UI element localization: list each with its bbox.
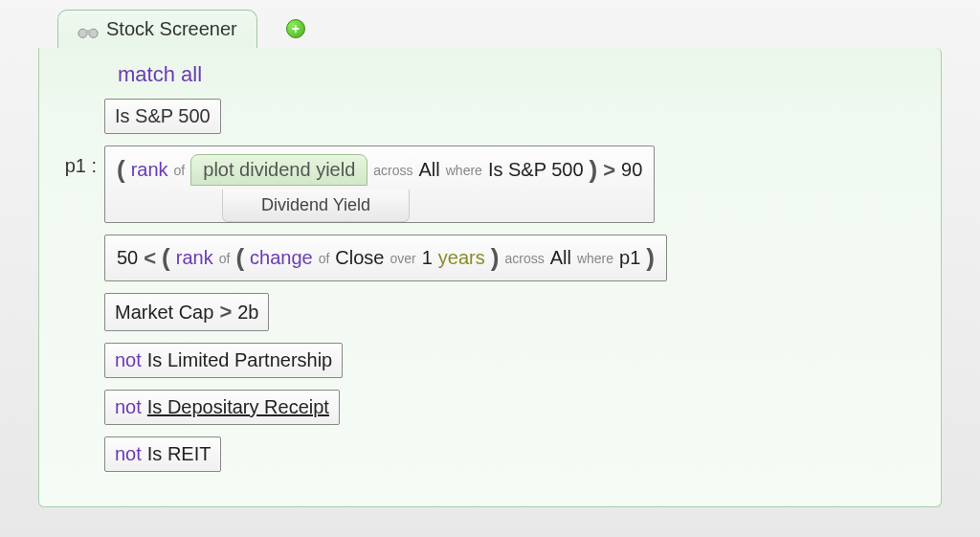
op-gt[interactable]: > (603, 158, 615, 183)
field-market-cap[interactable]: Market Cap (115, 302, 213, 324)
lparen1: ( (162, 243, 170, 273)
plus-icon: + (292, 21, 300, 36)
val-2b[interactable]: 2b (237, 302, 258, 324)
svg-rect-2 (85, 30, 91, 34)
op-lt[interactable]: < (144, 246, 156, 271)
text-reit[interactable]: Is REIT (147, 443, 212, 465)
kw-where: where (446, 163, 482, 178)
kw-not[interactable]: not (115, 443, 142, 465)
kw-not[interactable]: not (115, 396, 142, 418)
kw-of: of (174, 163, 186, 178)
screener-panel: match all Is S&P 500 p1 : ( rank of plot… (38, 48, 942, 507)
plot-text: plot dividend yield (203, 159, 355, 181)
kw-of2: of (319, 251, 330, 266)
kw-p1[interactable]: p1 (619, 247, 640, 269)
op-gt[interactable]: > (219, 300, 232, 324)
rule-not-dr[interactable]: not Is Depositary Receipt (104, 390, 340, 425)
rule-not-lp[interactable]: not Is Limited Partnership (104, 343, 343, 378)
tab-title: Stock Screener (106, 18, 237, 40)
rparen2: ) (491, 243, 500, 273)
lparen2: ( (235, 243, 244, 273)
rule-text: Is S&P 500 (115, 105, 211, 127)
kw-all[interactable]: All (550, 247, 571, 269)
lparen: ( (117, 155, 125, 185)
text-dr[interactable]: Is Depositary Receipt (147, 396, 329, 418)
rparen1: ) (646, 243, 655, 273)
dividend-yield-dropdown[interactable]: Dividend Yield (222, 190, 410, 222)
val-1[interactable]: 1 (422, 247, 433, 269)
kw-across: across (504, 251, 544, 266)
plot-pill[interactable]: plot dividend yield (190, 154, 368, 186)
kw-years[interactable]: years (438, 247, 485, 269)
kw-over: over (390, 251, 416, 266)
rparen: ) (590, 155, 598, 185)
rule-label-p1: p1 : (58, 145, 97, 177)
kw-across: across (373, 163, 412, 178)
kw-all[interactable]: All (419, 159, 440, 181)
val-90[interactable]: 90 (621, 159, 642, 181)
rule-rank-change[interactable]: 50 < ( rank of ( change of Close over 1 … (104, 235, 667, 281)
kw-rank[interactable]: rank (176, 247, 213, 269)
add-tab-button[interactable]: + (286, 19, 305, 38)
rule-is-sp500[interactable]: Is S&P 500 (104, 99, 221, 134)
rule-not-reit[interactable]: not Is REIT (104, 436, 221, 472)
text-lp[interactable]: Is Limited Partnership (147, 349, 332, 371)
kw-change[interactable]: change (250, 247, 313, 269)
kw-close[interactable]: Close (335, 247, 384, 269)
kw-of1: of (219, 251, 231, 266)
cond-sp500[interactable]: Is S&P 500 (488, 159, 584, 181)
rule-p1[interactable]: ( rank of plot dividend yield across All… (104, 145, 655, 223)
rule-market-cap[interactable]: Market Cap > 2b (104, 293, 269, 331)
kw-not[interactable]: not (115, 349, 142, 371)
binoculars-icon (78, 22, 99, 37)
kw-rank[interactable]: rank (131, 159, 168, 181)
val-50[interactable]: 50 (117, 247, 138, 269)
dropdown-text: Dividend Yield (261, 195, 370, 214)
match-all-label[interactable]: match all (118, 62, 922, 87)
kw-where: where (577, 251, 613, 266)
tab-stock-screener[interactable]: Stock Screener (57, 10, 257, 48)
